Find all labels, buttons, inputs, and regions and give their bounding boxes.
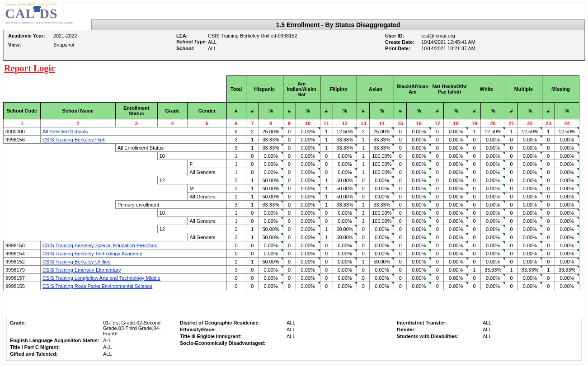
cell-pct: 0.00% [407, 168, 431, 176]
cell-num: 1 [357, 209, 370, 217]
report-logic-link[interactable]: Report Logic [4, 63, 584, 74]
cell-pct: 0.00% [296, 249, 320, 258]
enrollment-status: Primary enrollment [115, 201, 226, 209]
cell-pct: 0.00% [518, 201, 542, 209]
cell-pct: 0.00% [444, 168, 468, 176]
cell-num: 0 [320, 217, 333, 225]
col-header: School Code [4, 103, 41, 119]
cell-num: 0 [505, 144, 517, 152]
cell-total: 0 [226, 241, 246, 249]
cell-num: 0 [357, 225, 370, 233]
cell-pct: 0.00% [407, 258, 431, 266]
cell-num: 0 [357, 241, 370, 249]
school-link[interactable]: CSIS Training Emerson Elementary [40, 266, 226, 274]
cell-pct: 12.50% [518, 127, 542, 136]
red-index: 22 [518, 119, 542, 127]
logo-text-1: CAL [5, 6, 35, 21]
cell-pct: 0.00% [518, 282, 542, 290]
cell-pct: 0.00% [333, 217, 357, 225]
cell-num: 0 [431, 193, 444, 201]
cell-num: 0 [468, 217, 481, 225]
cell-num: 0 [357, 193, 370, 201]
cell-pct: 33.33% [370, 144, 394, 152]
cell-pct: 0.00% [444, 225, 468, 233]
school-link[interactable]: CSIS Training Berkeley Unified [40, 258, 226, 266]
cell-num: 1 [468, 266, 481, 274]
filter-row: English Language Acquisition Status:ALL [10, 338, 177, 343]
cell-num: 0 [283, 225, 296, 233]
col-header: # [320, 103, 333, 119]
school-link[interactable]: All Selected Schools [40, 127, 226, 136]
cell-num: 1 [357, 258, 370, 266]
cell-pct: 0.00% [444, 184, 468, 193]
cell-num: 0 [320, 241, 333, 249]
cell-num: 0 [431, 168, 444, 176]
cell-pct: 50.00% [333, 184, 357, 193]
cell-pct: 0.00% [555, 217, 579, 225]
cell-pct: 0.00% [296, 258, 320, 266]
school-link[interactable]: CSIS Training Berkeley High [40, 136, 226, 144]
cell-total: 1 [226, 209, 246, 217]
meta-label: Print Date: [385, 46, 421, 51]
cell-pct: 0.00% [444, 144, 468, 152]
red-index: 4 [157, 119, 188, 127]
cell-pct: 0.00% [407, 217, 431, 225]
col-header: # [468, 103, 481, 119]
cell-num: 0 [505, 168, 517, 176]
cell-num: 0 [283, 127, 296, 136]
cell-pct: 33.33% [259, 201, 283, 209]
filter-row: District of Geographic Residence:ALL [180, 320, 397, 325]
cell-pct: 0.00% [444, 136, 468, 144]
red-index: 2 [40, 119, 115, 127]
cell-pct: 0.00% [370, 249, 394, 258]
filters-panel: Grade:01-First Grade,02-Second Grade,03-… [6, 318, 582, 361]
calpads-logo: California DEPARTMENT OF EDUCATION CALDS… [5, 3, 91, 24]
meta-value: 2021-2022 [53, 33, 77, 38]
filter-label: Gifted and Talented: [10, 351, 103, 357]
school-code: 9998154 [4, 249, 41, 258]
school-link[interactable]: CSIS Training Berkeley Special Education… [40, 241, 226, 249]
school-link[interactable]: CSIS Training Berkeley Technology Academ… [40, 249, 226, 258]
cell-num: 0 [542, 144, 555, 152]
cell-pct: 0.00% [444, 160, 468, 168]
cell-pct: 0.00% [259, 168, 283, 176]
cell-num: 0 [468, 225, 481, 233]
meta-label: User ID: [385, 33, 421, 38]
cell-pct: 50.00% [370, 258, 394, 266]
cell-pct: 0.00% [370, 225, 394, 233]
cell-pct: 0.00% [444, 152, 468, 160]
cell-num: 0 [542, 282, 555, 290]
cell-num: 0 [283, 217, 296, 225]
meta-value: 10/14/2021 12:45:41 AM [421, 39, 475, 45]
cell-num: 1 [357, 201, 370, 209]
cell-num: 0 [468, 249, 481, 258]
cell-pct: 0.00% [555, 282, 579, 290]
cell-num: 0 [505, 193, 517, 201]
cell-pct: 0.00% [555, 233, 579, 241]
cell-pct: 0.00% [555, 209, 579, 217]
cell-num: 0 [394, 225, 407, 233]
cell-pct: 50.00% [259, 258, 283, 266]
school-link[interactable]: CSIS Training Longfellow Arts and Techno… [40, 274, 226, 282]
red-index: 11 [320, 119, 333, 127]
cell-pct: 0.00% [444, 282, 468, 290]
cell-pct: 0.00% [444, 233, 468, 241]
cell-num: 0 [320, 274, 333, 282]
cell-pct: 0.00% [370, 176, 394, 184]
filter-label: English Language Acquisition Status: [10, 338, 103, 343]
cell-num: 0 [542, 241, 555, 249]
cell-num: 0 [283, 258, 296, 266]
gender-label: All Genders [188, 233, 226, 241]
filter-row: Gifted and Talented:ALL [10, 351, 177, 357]
cell-num: 0 [542, 233, 555, 241]
school-link[interactable]: CSIS Training Rosa Parks Environmental S… [40, 282, 226, 290]
cell-num: 0 [394, 136, 407, 144]
school-code: 9998158 [4, 241, 41, 249]
cell-num: 0 [431, 144, 444, 152]
table-row: 9998179CSIS Training Emerson Elementary3… [4, 266, 579, 274]
cell-pct: 0.00% [481, 136, 505, 144]
cell-pct: 0.00% [481, 274, 505, 282]
filter-row: Title III Eligible Immigrant:ALL [180, 334, 397, 339]
cell-pct: 50.00% [259, 184, 283, 193]
cell-pct: 50.00% [259, 233, 283, 241]
